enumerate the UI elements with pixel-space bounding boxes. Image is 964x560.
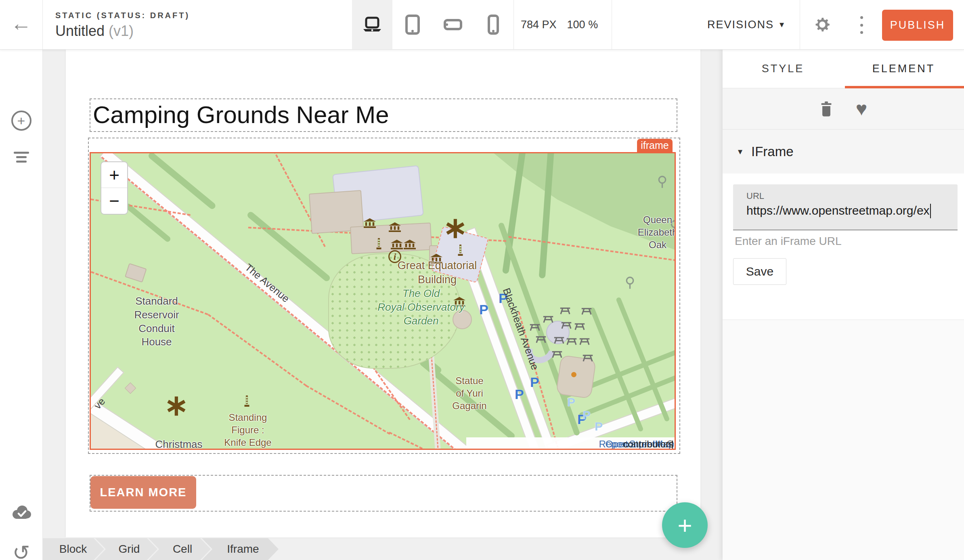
delete-element-button[interactable] xyxy=(819,101,833,117)
parking-icon: P xyxy=(583,408,591,422)
divider xyxy=(800,0,800,49)
picnic-table-icon xyxy=(529,323,541,332)
left-sidebar: + ↺ ↻ xyxy=(0,49,43,560)
add-content-button[interactable]: + xyxy=(0,111,42,131)
right-settings-panel: STYLE ELEMENT ♥ ▾ IFrame URL https://www… xyxy=(723,49,964,560)
map-poi-dot xyxy=(571,372,576,377)
collapse-caret-icon: ▾ xyxy=(738,146,742,157)
page-heading[interactable]: Camping Grounds Near Me xyxy=(93,101,674,129)
obelisk-icon xyxy=(457,244,463,257)
device-phone-landscape-button[interactable] xyxy=(433,0,473,49)
tree-icon xyxy=(658,176,666,189)
url-field-label: URL xyxy=(746,191,764,201)
back-arrow-icon[interactable]: ← xyxy=(10,11,31,36)
museum-icon xyxy=(391,240,403,249)
tab-element[interactable]: ELEMENT xyxy=(843,49,964,88)
viewpoint-icon: ∗ xyxy=(164,397,189,414)
publish-button[interactable]: PUBLISH xyxy=(882,10,953,41)
picnic-table-icon xyxy=(553,336,565,345)
parking-icon: P xyxy=(515,387,524,402)
contributors-text: contributors xyxy=(623,439,674,450)
divider xyxy=(42,0,43,49)
map-label-statue-gagarin: Statue of Yuri Gagarin xyxy=(452,374,486,412)
map-footpath xyxy=(306,385,390,435)
picnic-table-icon xyxy=(535,335,547,344)
app-window: ← STATIC (STATUS: DRAFT) Untitled (v1) xyxy=(0,0,964,560)
url-helper-text: Enter an iFrame URL xyxy=(735,235,842,248)
undo-icon: ↺ xyxy=(13,542,30,560)
parking-icon: P xyxy=(479,302,488,318)
settings-gear-button[interactable] xyxy=(813,15,832,34)
iframe-section-title: IFrame xyxy=(751,144,794,159)
add-block-fab[interactable]: + xyxy=(662,502,708,548)
breadcrumb-block[interactable]: Block xyxy=(42,538,104,560)
breadcrumb-iframe[interactable]: Iframe xyxy=(202,538,279,560)
breadcrumb-cell[interactable]: Cell xyxy=(149,538,211,560)
map-zoom-control: + − xyxy=(101,161,128,215)
obelisk-icon xyxy=(376,237,382,251)
map-label-christmas: Christmas xyxy=(155,438,202,450)
tree-icon xyxy=(626,276,634,290)
map-woodland-area xyxy=(456,152,676,272)
url-field-value: https://www.openstreetmap.org/ex xyxy=(746,204,931,218)
parking-icon: P xyxy=(595,420,603,433)
picnic-table-icon xyxy=(566,337,578,346)
save-button[interactable]: Save xyxy=(733,258,786,285)
picnic-table-icon xyxy=(542,315,554,324)
structure-outline-button[interactable] xyxy=(0,149,42,165)
device-phone-button[interactable] xyxy=(473,0,513,49)
device-tablet-button[interactable] xyxy=(392,0,433,49)
street-label-the-avenue: The Avenue xyxy=(243,261,292,305)
tab-style[interactable]: STYLE xyxy=(723,49,843,88)
map-footpath xyxy=(389,432,431,450)
text-cursor xyxy=(930,204,931,218)
more-options-kebab-button[interactable] xyxy=(857,16,866,34)
document-status: STATIC (STATUS: DRAFT) xyxy=(55,11,190,20)
parking-icon: P xyxy=(567,395,575,409)
map-building xyxy=(125,263,147,282)
map-zoom-in-button[interactable]: + xyxy=(101,162,127,188)
map-zoom-out-button[interactable]: − xyxy=(101,188,127,213)
statue-icon xyxy=(244,395,250,408)
plus-circle-icon: + xyxy=(11,111,31,131)
laptop-icon xyxy=(362,17,382,33)
picnic-table-icon xyxy=(582,353,594,362)
title-version: (v1) xyxy=(109,23,134,39)
divider xyxy=(513,0,514,49)
title-text: Untitled xyxy=(55,23,105,39)
museum-icon xyxy=(364,218,376,228)
map-label-observatory-garden: The Old Royal Observatory Garden xyxy=(377,287,464,328)
panel-tabs: STYLE ELEMENT xyxy=(723,49,964,88)
parking-icon: P xyxy=(530,374,539,390)
undo-button[interactable]: ↺ xyxy=(0,542,42,560)
map-label-reservoir: Standard Reservoir Conduit House xyxy=(134,295,179,349)
picnic-table-icon xyxy=(560,321,572,330)
viewport-width: 784 PX xyxy=(521,19,557,31)
favorite-heart-icon[interactable]: ♥ xyxy=(856,101,868,117)
url-input-field[interactable]: URL https://www.openstreetmap.org/ex xyxy=(733,184,958,230)
phone-landscape-icon xyxy=(444,19,462,31)
cloud-saved-status-icon xyxy=(0,504,42,520)
picnic-table-icon xyxy=(551,350,563,359)
map-attribution: Report a problem | © OpenStreetMap contr… xyxy=(466,437,676,450)
picnic-table-icon xyxy=(578,337,591,346)
picnic-table-icon xyxy=(559,306,571,315)
revisions-dropdown[interactable]: REVISIONS ▾ xyxy=(707,0,785,49)
breadcrumb-grid[interactable]: Grid xyxy=(95,538,157,560)
iframe-section-header[interactable]: ▾ IFrame xyxy=(723,130,964,173)
phone-portrait-icon xyxy=(487,15,499,35)
learn-more-button[interactable]: LEARN MORE xyxy=(90,476,196,509)
map-footpath xyxy=(372,366,411,420)
document-title: Untitled (v1) xyxy=(55,23,134,40)
trash-icon xyxy=(819,101,833,117)
divider xyxy=(612,0,612,49)
map-footpath xyxy=(208,314,307,387)
map-building xyxy=(125,382,136,394)
picnic-table-icon xyxy=(574,322,586,331)
openstreetmap-iframe[interactable]: i ∗ ∗ P P P P P P P P The Avenue xyxy=(90,152,676,450)
map-label-great-equatorial: Great Equatorial Building xyxy=(398,259,477,287)
chevron-down-icon: ▾ xyxy=(780,19,785,30)
museum-icon xyxy=(404,240,416,249)
iframe-settings-card: URL https://www.openstreetmap.org/ex Ent… xyxy=(723,173,964,320)
device-desktop-button[interactable] xyxy=(352,0,392,49)
